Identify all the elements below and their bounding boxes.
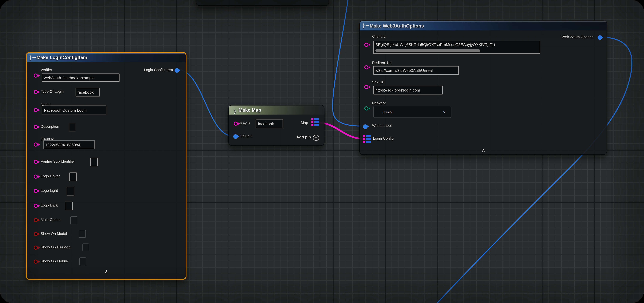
logo-hover-input[interactable] [70,172,77,181]
type-of-login-pin[interactable] [34,90,38,94]
show-on-mobile-label: Show On Mobile [40,259,68,263]
node-title: Make LoginConfigItem [36,55,87,60]
wire-top-to-white-label[interactable] [333,0,362,126]
network-pin[interactable] [364,106,368,110]
verifier-label: Verifier [40,68,52,72]
sdk-url-label: Sdk Url [372,80,384,84]
node-make-loginconfigitem[interactable]: } Make LoginConfigItem Verifier web3auth… [26,52,186,280]
show-on-desktop-pin[interactable] [34,246,38,250]
value0-pin[interactable] [233,134,238,138]
name-input[interactable]: Facebook Custom Login [42,106,106,115]
login-config-item-output-pin[interactable] [174,68,179,72]
web3auth-options-output-label: Web 3Auth Options [562,35,594,39]
logo-dark-input[interactable] [65,202,73,210]
show-on-modal-pin[interactable] [34,232,38,236]
logo-hover-label: Logo Hover [40,174,60,178]
show-on-modal-label: Show On Modal [40,232,67,236]
collapse-chevron-icon[interactable] [480,148,487,153]
redirect-url-label: Redirect Url [372,61,392,65]
client-id-input[interactable]: 1222658941886084 [43,140,95,149]
redirect-url-pin[interactable] [364,65,368,69]
verifier-sub-identifier-label: Verifier Sub Identifier [40,159,75,163]
key0-pin[interactable] [234,122,238,126]
add-pin-icon[interactable] [313,135,319,141]
verifier-pin[interactable] [34,74,38,78]
network-dropdown[interactable]: CYAN [374,106,452,118]
key0-input[interactable]: facebook [256,119,283,128]
type-of-login-input[interactable]: facebook [76,88,100,96]
client-id-label: Client Id [372,34,386,38]
make-map-icon: }≡ [232,107,238,113]
wire-map-to-login-config[interactable] [319,123,364,139]
make-struct-icon: } [30,54,36,61]
description-pin[interactable] [34,125,38,129]
node-header[interactable]: } Make Web3AuthOptions [360,21,606,30]
white-label-label: White Label [372,124,392,128]
verifier-sub-identifier-input[interactable] [90,158,98,166]
show-on-desktop-checkbox[interactable] [82,244,89,251]
description-label: Description [40,124,59,128]
white-label-pin[interactable] [363,124,368,129]
node-header[interactable]: }≡ Make Map [229,106,324,114]
show-on-mobile-pin[interactable] [34,260,38,264]
collapse-chevron-icon[interactable] [103,269,110,274]
description-input[interactable] [69,123,75,131]
key0-label: Key 0 [240,121,250,125]
name-pin[interactable] [34,108,38,112]
verifier-input[interactable]: web3auth-facebook-example [42,74,120,82]
main-option-pin[interactable] [34,218,38,222]
logo-dark-pin[interactable] [34,204,38,208]
redirect-url-input[interactable]: w3a://com.w3a.Web3AuthUnreal [374,66,459,75]
sdk-url-pin[interactable] [364,85,368,89]
logo-hover-pin[interactable] [34,174,38,178]
web3auth-options-output-pin[interactable] [598,35,602,40]
node-make-map[interactable]: }≡ Make Map Key 0 facebook Map Value 0 A… [228,105,324,146]
horizontal-scrollbar[interactable] [375,49,480,52]
node-title: Make Web3AuthOptions [370,23,424,28]
map-pin-icon[interactable] [311,118,319,127]
make-struct-icon: } [362,22,369,29]
verifier-sub-identifier-pin[interactable] [34,160,38,164]
client-id-pin[interactable] [364,43,368,47]
logo-dark-label: Logo Dark [40,203,58,207]
add-pin-label: Add pin [296,135,311,139]
client-id-pin[interactable] [34,142,38,146]
main-option-checkbox[interactable] [70,216,77,224]
show-on-desktop-label: Show On Desktop [40,245,70,249]
node-header[interactable]: } Make LoginConfigItem [27,53,186,62]
node-title: Make Map [238,108,261,112]
client-id-input[interactable]: BEglQSgt4cUWcj6SKRdu5QkOXTsePmMcusG5EAoy… [374,40,540,54]
login-config-map-pin-icon[interactable] [363,135,371,144]
login-config-label: Login Config [373,136,394,140]
type-of-login-label: Type Of Login [40,90,64,94]
show-on-mobile-checkbox[interactable] [79,258,86,265]
sdk-url-input[interactable]: https://sdk.openlogin.com [374,86,443,94]
blueprint-graph-canvas[interactable]: } Make LoginConfigItem Verifier web3auth… [0,0,644,303]
network-label: Network [372,101,386,105]
logo-light-label: Logo Light [40,188,58,192]
network-selected-value: CYAN [382,110,392,114]
main-option-label: Main Option [40,218,60,222]
show-on-modal-checkbox[interactable] [79,230,86,238]
login-config-item-output-label: Login Config Item [144,68,173,72]
logo-light-pin[interactable] [34,189,38,193]
client-id-text: BEglQSgt4cUWcj6SKRdu5QkOXTsePmMcusG5EAoy… [375,42,495,47]
logo-light-input[interactable] [67,187,74,196]
value0-label: Value 0 [240,134,252,138]
map-output-label: Map [301,121,308,125]
chevron-down-icon [443,110,446,114]
offscreen-node-top[interactable] [196,0,329,6]
node-make-web3authoptions[interactable]: } Make Web3AuthOptions Web 3Auth Options… [360,20,607,155]
